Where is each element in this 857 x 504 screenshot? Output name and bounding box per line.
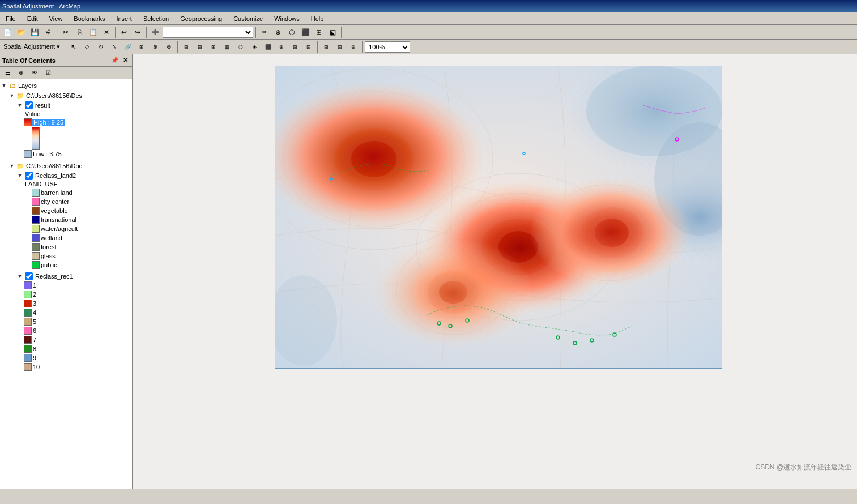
tb3-btn1[interactable]: ⊞ [180,41,193,53]
tb3-btn2[interactable]: ⊟ [194,41,206,53]
tb3-btn10[interactable]: ⊟ [302,41,315,53]
paste-btn[interactable]: 📋 [87,26,99,39]
result-expand-icon[interactable]: ▼ [16,101,24,109]
pointer-btn[interactable]: ↖ [67,41,80,53]
rec-item: 10 [0,362,132,371]
copy-btn[interactable]: ⎘ [73,26,86,39]
sep9 [362,41,363,53]
group1-expand-icon[interactable]: ▼ [8,92,16,100]
result-layer-item[interactable]: ▼ result [0,101,132,110]
tb3-btn9[interactable]: ⊞ [289,41,301,53]
print-btn[interactable]: 🖨 [42,26,54,39]
menu-help[interactable]: Help [308,14,327,23]
group1-item[interactable]: ▼ 📁 C:\Users\86156\Des [0,91,132,101]
group2-item[interactable]: ▼ 📁 C:\Users\86156\Doc [0,161,132,171]
reclass-land2-expand-icon[interactable]: ▼ [16,172,24,180]
value-label: Value [24,110,40,117]
menu-file[interactable]: File [2,14,19,23]
new-btn[interactable]: 📄 [1,26,14,39]
toc-source-btn[interactable]: ⊕ [15,67,27,79]
map-area[interactable]: CSDN @逝水如流年轻往返染尘 [133,54,857,489]
feature-btn[interactable]: ⬛ [299,26,312,39]
menu-edit[interactable]: Edit [24,14,41,23]
reclass-land2-item[interactable]: ▼ Reclass_land2 [0,171,132,180]
group2-expand-icon[interactable]: ▼ [8,162,16,170]
displace-btn[interactable]: ⊞ [135,41,148,53]
node-btn[interactable]: ◇ [81,41,93,53]
add-data-btn[interactable]: ➕ [149,26,161,39]
menu-view[interactable]: View [46,14,66,23]
del-link-btn[interactable]: ⊖ [163,41,175,53]
rec-list: 12345678910 [0,281,132,371]
toc-pin-icon[interactable]: 📌 [110,56,120,65]
tb3-btn12[interactable]: ⊟ [334,41,346,53]
reclass-land2-label: Reclass_land2 [34,172,76,179]
tb3-btn6[interactable]: ◈ [248,41,261,53]
layer-select[interactable] [163,27,253,38]
topology-btn[interactable]: ⬡ [285,26,298,39]
low-legend-item: Low : 3.75 [0,150,132,159]
sep3 [146,27,147,38]
main-layout: Table Of Contents 📌 ✕ ☰ ⊕ 👁 ☑ ▼ 🗂 Layers… [0,54,857,489]
editor-btn[interactable]: ✏ [258,26,271,39]
layers-label: Layers [17,82,37,89]
reclass-rec1-checkbox[interactable] [25,272,33,280]
create-btn[interactable]: ⬕ [326,26,339,39]
land-use-color [32,198,40,206]
sep6 [65,41,65,53]
menu-windows[interactable]: Windows [271,14,303,23]
sep7 [177,41,178,53]
land-use-item: city center [0,197,132,206]
tb3-btn4[interactable]: ▦ [221,41,233,53]
delete-btn[interactable]: ✕ [100,26,113,39]
toc-sel-btn[interactable]: ☑ [42,67,54,79]
layers-expand-icon[interactable]: ▼ [0,82,8,89]
toc-vis-btn[interactable]: 👁 [28,67,41,79]
layers-root[interactable]: ▼ 🗂 Layers [0,80,132,91]
toc-title: Table Of Contents [2,57,56,64]
toc-close-icon[interactable]: ✕ [121,56,130,65]
zoom-select[interactable]: 100% [365,41,410,53]
rec-item: 8 [0,344,132,353]
undo-btn[interactable]: ↩ [118,26,130,39]
cut-btn[interactable]: ✂ [59,26,72,39]
land-use-item: vegetable [0,206,132,215]
tb3-btn7[interactable]: ⬛ [262,41,274,53]
toolbar-1: 📄 📂 💾 🖨 ✂ ⎘ 📋 ✕ ↩ ↪ ➕ ✏ ⊕ ⬡ ⬛ ⊞ ⬕ [0,25,857,40]
toc-list-btn[interactable]: ☰ [1,67,14,79]
sep1 [57,27,57,38]
reclass-rec1-expand-icon[interactable]: ▼ [16,272,24,280]
rec-color [24,327,32,335]
new-link-btn[interactable]: ⊕ [149,41,161,53]
save-btn[interactable]: 💾 [28,26,41,39]
open-btn[interactable]: 📂 [15,26,27,39]
tb3-btn13[interactable]: ⊕ [347,41,360,53]
tb3-btn11[interactable]: ⊞ [320,41,332,53]
snapping-btn[interactable]: ⊕ [272,26,284,39]
sep4 [255,27,256,38]
high-color-box [24,118,32,126]
reclass-land2-checkbox[interactable] [25,172,33,180]
tb3-btn5[interactable]: ⬡ [234,41,247,53]
menu-customize[interactable]: Customize [230,14,266,23]
menu-bookmarks[interactable]: Bookmarks [70,14,108,23]
redo-btn[interactable]: ↪ [131,26,144,39]
group2-path: C:\Users\86156\Doc [25,163,82,169]
tb3-btn8[interactable]: ⊕ [275,41,288,53]
rotate-btn[interactable]: ↻ [95,41,107,53]
trace-btn[interactable]: ⊞ [313,26,325,39]
menu-insert[interactable]: Insert [113,14,135,23]
menu-geoprocessing[interactable]: Geoprocessing [177,14,225,23]
menu-selection[interactable]: Selection [140,14,172,23]
land-use-item: glass [0,251,132,260]
link-btn[interactable]: 🔗 [122,41,134,53]
high-legend-item: High : 9.25 [0,118,132,127]
toc-toolbar: ☰ ⊕ 👁 ☑ [0,67,132,79]
high-label: High : 9.25 [32,119,65,126]
spatial-adjustment-label[interactable]: Spatial Adjustment ▾ [1,43,62,50]
scale-btn[interactable]: ⤡ [108,41,121,53]
tb3-btn3[interactable]: ⊞ [207,41,220,53]
sep2 [115,27,116,38]
result-checkbox[interactable] [25,101,33,109]
reclass-rec1-item[interactable]: ▼ Reclass_rec1 [0,272,132,281]
